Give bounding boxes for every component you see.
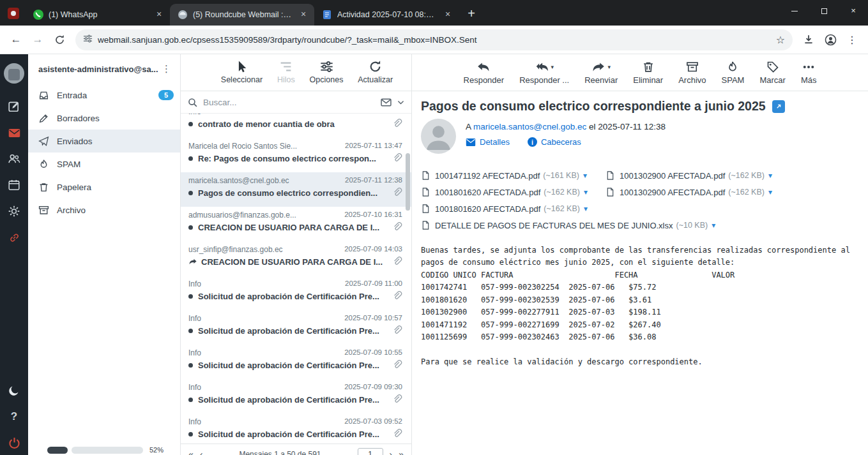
maximize-button[interactable] bbox=[809, 0, 839, 22]
settings-gear-icon[interactable] bbox=[7, 204, 21, 218]
reload-button[interactable] bbox=[50, 30, 69, 49]
search-input[interactable] bbox=[203, 98, 376, 107]
attachment-menu-caret[interactable]: ▾ bbox=[768, 171, 772, 180]
attachment[interactable]: 1001801620 AFECTADA.pdf(~162 KB)▾ bbox=[421, 187, 605, 197]
tab-title: (5) Roundcube Webmail :: Envia bbox=[193, 10, 293, 19]
back-button[interactable]: ← bbox=[6, 30, 26, 49]
attachment[interactable]: 1001302900 AFECTADA.pdf(~162 KB)▾ bbox=[605, 187, 790, 197]
new-tab-button[interactable]: + bbox=[462, 5, 480, 23]
message-row[interactable]: Info2025-07-09 11:00 Solicitud de aproba… bbox=[181, 276, 411, 310]
tab-whatsapp[interactable]: (1) WhatsApp × bbox=[26, 4, 170, 26]
prev-page-button[interactable]: ‹ bbox=[200, 449, 203, 455]
first-page-button[interactable]: « bbox=[188, 449, 194, 455]
logout-power-button[interactable] bbox=[7, 436, 21, 450]
message-subject: Solicitud de aprobación de Certificación… bbox=[198, 326, 388, 336]
folder-spam[interactable]: SPAM bbox=[28, 153, 180, 175]
browser-menu-button[interactable]: ⋮ bbox=[842, 30, 862, 49]
minimize-button[interactable] bbox=[780, 0, 809, 22]
tab-close-icon[interactable]: × bbox=[442, 9, 453, 20]
attachment[interactable]: DETALLE DE PAGOS DE FACTURAS DEL MES DE … bbox=[421, 220, 715, 230]
message-date: 2025-07-09 09:30 bbox=[344, 383, 402, 392]
threads-button[interactable]: Hilos bbox=[277, 60, 295, 84]
message-row[interactable]: Info2025-07-09 09:30 Solicitud de aproba… bbox=[181, 379, 411, 414]
message-row[interactable]: Info2025-07-09 10:55 Solicitud de aproba… bbox=[181, 345, 411, 379]
archive-button[interactable]: Archivo bbox=[678, 60, 706, 85]
search-scope-mail-icon[interactable] bbox=[381, 97, 392, 108]
sliders-icon bbox=[320, 60, 333, 73]
quota-disk-icon bbox=[47, 447, 68, 454]
more-button[interactable]: Más bbox=[801, 60, 817, 85]
recipient-email-link[interactable]: maricela.santos@cnel.gob.ec bbox=[473, 122, 586, 131]
dark-mode-button[interactable] bbox=[7, 384, 21, 398]
refresh-button[interactable]: Actualizar bbox=[358, 60, 393, 84]
flame-icon bbox=[38, 159, 49, 170]
headers-link[interactable]: iCabeceras bbox=[528, 137, 581, 147]
page-input[interactable] bbox=[358, 448, 383, 455]
attachment-menu-caret[interactable]: ▾ bbox=[583, 171, 587, 180]
folder-inbox[interactable]: Entrada 5 bbox=[28, 84, 180, 107]
attachment[interactable]: 1001471192 AFECTADA.pdf(~161 KB)▾ bbox=[421, 170, 605, 181]
delete-button[interactable]: Eliminar bbox=[633, 60, 663, 85]
downloads-button[interactable] bbox=[799, 30, 818, 49]
reply-button[interactable]: Responder bbox=[464, 60, 505, 85]
site-settings-icon[interactable] bbox=[83, 34, 93, 46]
attachment-menu-caret[interactable]: ▾ bbox=[584, 204, 588, 213]
tab-title: (1) WhatsApp bbox=[49, 10, 148, 19]
file-pdf-icon bbox=[421, 187, 430, 197]
help-button[interactable]: ? bbox=[7, 410, 21, 424]
contacts-button[interactable] bbox=[7, 152, 21, 166]
paperclip-icon bbox=[392, 429, 402, 439]
attachment-menu-caret[interactable]: ▾ bbox=[712, 221, 715, 230]
message-row[interactable]: usr_sinfip@finanzas.gob.ec2025-07-09 14:… bbox=[181, 241, 411, 276]
compose-button[interactable] bbox=[7, 100, 21, 114]
message-row[interactable]: Info2025-07-14 11:01 contrato de menor c… bbox=[181, 114, 411, 138]
folder-trash[interactable]: Papelera bbox=[28, 175, 180, 198]
tab-roundcube[interactable]: (5) Roundcube Webmail :: Envia × bbox=[170, 4, 314, 26]
forward-button[interactable]: → bbox=[28, 30, 47, 49]
mail-toolbar: Responder ▾ Responder ... ▾ Reenviar Eli… bbox=[412, 54, 868, 91]
folder-archive[interactable]: Archivo bbox=[28, 198, 180, 221]
message-row-selected[interactable]: maricela.santos@cnel.gob.ec2025-07-11 12… bbox=[181, 172, 411, 207]
message-row[interactable]: Info2025-07-09 10:57 Solicitud de aproba… bbox=[181, 310, 411, 345]
message-row[interactable]: Info2025-07-03 09:52 Solicitud de aproba… bbox=[181, 414, 411, 444]
reply-all-button[interactable]: ▾ Responder ... bbox=[519, 60, 569, 85]
message-subject: Pagos de consumo electrico correspondien… bbox=[198, 188, 388, 198]
message-subject: Solicitud de aprobación de Certificación… bbox=[198, 429, 388, 439]
tab-actividad[interactable]: Actividad 2025-07-10 08:00:00 × bbox=[314, 4, 459, 26]
attachment-menu-caret[interactable]: ▾ bbox=[768, 188, 772, 197]
tab-close-icon[interactable]: × bbox=[298, 9, 309, 20]
folder-label: Enviados bbox=[57, 137, 93, 146]
app-logo-avatar[interactable] bbox=[4, 63, 24, 84]
folder-sent[interactable]: Enviados bbox=[28, 130, 180, 153]
tab-close-icon[interactable]: × bbox=[153, 9, 165, 20]
calendar-button[interactable] bbox=[7, 178, 21, 192]
folder-label: Borradores bbox=[57, 114, 100, 123]
open-in-new-window-icon[interactable] bbox=[772, 100, 785, 113]
forwarded-icon bbox=[188, 258, 197, 265]
select-button[interactable]: Seleccionar bbox=[221, 60, 263, 84]
bookmark-star-icon[interactable]: ☆ bbox=[776, 34, 785, 46]
spam-button[interactable]: SPAM bbox=[722, 60, 745, 85]
options-button[interactable]: Opciones bbox=[310, 60, 344, 84]
folder-menu-kebab-icon[interactable]: ⋮ bbox=[159, 63, 174, 75]
links-button[interactable] bbox=[7, 230, 21, 244]
address-bar[interactable]: webmail.sanjuan.gob.ec/cpsess1535909589/… bbox=[75, 29, 793, 50]
list-scrollbar[interactable] bbox=[406, 153, 410, 211]
attachment[interactable]: 1001302900 AFECTADA.pdf(~162 KB)▾ bbox=[605, 170, 790, 181]
close-window-button[interactable]: × bbox=[839, 0, 868, 22]
attachment[interactable]: 1001801620 AFECTADA.pdf(~162 KB)▾ bbox=[421, 204, 605, 214]
quota-percent: 52% bbox=[149, 446, 164, 454]
message-row[interactable]: admusuarios@finanzas.gob.e...2025-07-10 … bbox=[181, 207, 411, 241]
mark-button[interactable]: Marcar bbox=[759, 60, 785, 85]
forward-button[interactable]: ▾ Reenviar bbox=[584, 60, 618, 85]
details-link[interactable]: Detalles bbox=[466, 137, 510, 147]
chevron-down-icon[interactable] bbox=[397, 97, 405, 108]
message-row[interactable]: Maricela del Rocio Santos Sie...2025-07-… bbox=[181, 138, 411, 172]
profile-button[interactable] bbox=[821, 30, 840, 49]
folder-drafts[interactable]: Borradores bbox=[28, 107, 180, 130]
archive-box-icon bbox=[685, 61, 699, 73]
attachment-menu-caret[interactable]: ▾ bbox=[584, 188, 588, 197]
last-page-button[interactable]: » bbox=[399, 449, 404, 455]
mail-button[interactable] bbox=[7, 126, 21, 140]
next-page-button[interactable]: › bbox=[390, 449, 393, 455]
